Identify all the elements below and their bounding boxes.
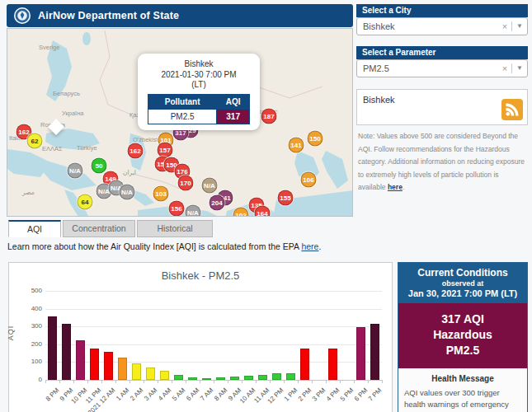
tab-concentration[interactable]: Concentration bbox=[63, 220, 135, 237]
x-axis-tick bbox=[59, 380, 60, 383]
note-here-link[interactable]: here bbox=[388, 183, 403, 191]
tab-historical[interactable]: Historical bbox=[137, 220, 213, 237]
chart-tabs: AQI Concentration Historical bbox=[8, 220, 214, 237]
x-axis-label: 3 PM bbox=[310, 386, 327, 403]
aqi-marker[interactable]: 204 bbox=[210, 195, 225, 211]
x-axis-tick bbox=[368, 380, 369, 383]
gridline bbox=[45, 326, 382, 327]
x-axis-tick bbox=[87, 380, 88, 383]
aqi-marker[interactable]: 157 bbox=[158, 143, 173, 158]
chart-bar[interactable] bbox=[202, 378, 211, 380]
x-axis-tick bbox=[298, 380, 299, 383]
aqi-marker[interactable]: 187 bbox=[261, 109, 277, 124]
chart-title: Bishkek - PM2.5 bbox=[9, 269, 392, 282]
chart-bar[interactable] bbox=[356, 327, 365, 380]
aqi-marker[interactable]: 64 bbox=[78, 194, 93, 210]
x-axis-label: 5 PM bbox=[338, 386, 355, 403]
chart-bar[interactable] bbox=[216, 377, 225, 380]
map-place-label: Україна bbox=[62, 110, 83, 117]
chart-bar[interactable] bbox=[48, 316, 57, 380]
x-axis-label: 5 AM bbox=[171, 386, 186, 402]
chart-bar[interactable] bbox=[62, 324, 71, 380]
popup-aqi-value: 317 bbox=[217, 109, 250, 124]
aqi-marker[interactable]: 62 bbox=[27, 133, 43, 149]
aqi-marker[interactable]: N/A bbox=[68, 163, 83, 179]
x-axis-tick bbox=[214, 380, 214, 383]
aqi-marker[interactable]: N/A bbox=[120, 185, 135, 200]
aqi-bar-chart: Bishkek - PM2.5 AQI 01002003004005008 PM… bbox=[8, 262, 393, 412]
chart-bar[interactable] bbox=[370, 324, 379, 380]
clear-city-icon[interactable]: × bbox=[502, 18, 507, 35]
y-axis-title: AQI bbox=[7, 325, 15, 341]
chart-bar[interactable] bbox=[160, 371, 169, 380]
chart-bar[interactable] bbox=[328, 349, 337, 380]
chart-bar[interactable] bbox=[174, 375, 183, 380]
x-axis-tick bbox=[326, 380, 327, 383]
popup-table: Pollutant AQI PM2.5 317 bbox=[148, 94, 250, 124]
y-axis-tick-label: 100 bbox=[16, 358, 42, 365]
x-axis-label: 1 AM bbox=[115, 386, 130, 402]
map-place-label: مصر bbox=[22, 189, 35, 196]
x-axis-tick bbox=[382, 380, 383, 383]
aqi-value-box: 317 AQI Hazardous PM2.5 bbox=[398, 303, 527, 368]
aqi-marker[interactable]: 141 bbox=[289, 138, 304, 153]
popup-col-aqi: AQI bbox=[217, 94, 250, 109]
chevron-down-icon[interactable]: ▼ bbox=[516, 60, 523, 77]
city-select[interactable]: Bishkek × ▼ bbox=[356, 17, 528, 35]
aqi-marker[interactable]: 102 bbox=[233, 208, 249, 218]
current-conditions-header: Current Conditions observed at Jan 30, 2… bbox=[398, 263, 527, 303]
map-place-label: ايران bbox=[123, 169, 136, 176]
x-axis-tick bbox=[340, 380, 341, 383]
parameter-select-value: PM2.5 bbox=[363, 63, 389, 73]
select-parameter-header: Select a Parameter bbox=[356, 46, 528, 59]
x-axis-label: 4 PM bbox=[324, 386, 341, 403]
aqi-marker[interactable]: 150 bbox=[308, 131, 323, 147]
x-axis-tick bbox=[256, 380, 257, 383]
map-popup: Bishkek 2021-01-30 7:00 PM (LT) Pollutan… bbox=[138, 54, 260, 130]
aqi-category-line: Hazardous bbox=[398, 327, 527, 343]
clear-parameter-icon[interactable]: × bbox=[502, 60, 507, 77]
chart-bar[interactable] bbox=[132, 363, 141, 380]
learn-more-here-link[interactable]: here bbox=[301, 241, 318, 251]
aqi-marker[interactable]: 106 bbox=[301, 172, 317, 188]
x-axis-label: 2 PM bbox=[296, 386, 313, 403]
learn-more-line: Learn more about how the Air Quality Ind… bbox=[7, 241, 321, 251]
chart-bar[interactable] bbox=[230, 377, 239, 380]
chart-bar[interactable] bbox=[90, 349, 99, 380]
chart-bar[interactable] bbox=[258, 375, 267, 380]
observed-at-label: observed at bbox=[400, 279, 525, 288]
chart-bar[interactable] bbox=[118, 358, 127, 380]
aqi-marker[interactable]: 170 bbox=[178, 176, 194, 191]
chart-bar[interactable] bbox=[244, 376, 253, 380]
tab-aqi[interactable]: AQI bbox=[8, 220, 61, 237]
x-axis-label: 8 PM bbox=[44, 386, 60, 403]
app-header: AirNow Department of State bbox=[7, 4, 353, 27]
chart-bar[interactable] bbox=[272, 373, 281, 380]
map-place-label: ΕΛΛΑΣ bbox=[42, 145, 63, 152]
aqi-marker[interactable]: 155 bbox=[278, 190, 294, 206]
chart-bar[interactable] bbox=[104, 352, 113, 380]
aqi-marker[interactable]: N/A bbox=[202, 178, 218, 194]
x-axis-label: 3 AM bbox=[143, 386, 158, 402]
aqi-map[interactable]: SverigeБеларусьУкраїнаRomâniaItaliaΕΛΛΑΣ… bbox=[7, 28, 353, 217]
aqi-marker[interactable]: 162 bbox=[128, 143, 144, 159]
health-message-text: AQI values over 300 trigger health warni… bbox=[404, 387, 521, 412]
chart-bar[interactable] bbox=[300, 349, 309, 380]
popup-city: Bishkek bbox=[143, 59, 255, 70]
aqi-marker[interactable]: 103 bbox=[153, 186, 169, 202]
chart-bar[interactable] bbox=[146, 368, 155, 380]
x-axis-tick bbox=[200, 380, 200, 383]
x-axis-label: 6 AM bbox=[185, 386, 200, 402]
aqi-marker[interactable]: N/A bbox=[186, 205, 201, 218]
rss-feed-icon[interactable] bbox=[501, 99, 523, 120]
chart-bar[interactable] bbox=[188, 377, 197, 380]
aqi-marker[interactable]: 50 bbox=[92, 158, 107, 174]
x-axis-tick bbox=[45, 380, 46, 383]
aqi-marker[interactable]: 164 bbox=[255, 206, 271, 218]
parameter-select[interactable]: PM2.5 × ▼ bbox=[356, 59, 528, 77]
chart-bar[interactable] bbox=[76, 340, 85, 380]
chevron-down-icon[interactable]: ▼ bbox=[516, 18, 523, 35]
learn-more-period: . bbox=[318, 241, 321, 251]
chart-bar[interactable] bbox=[286, 373, 295, 380]
aqi-marker[interactable]: 156 bbox=[169, 201, 185, 217]
